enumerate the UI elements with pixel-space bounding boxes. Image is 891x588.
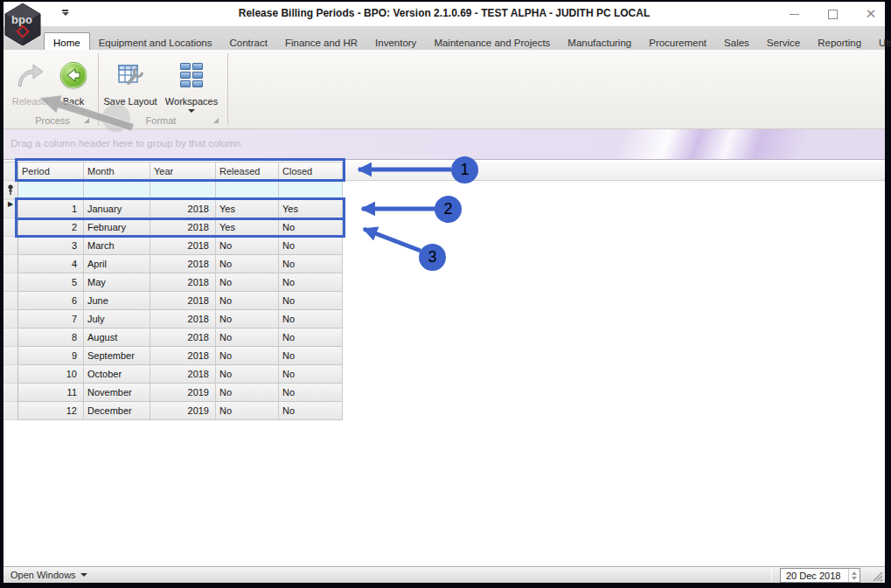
table-row[interactable]: 7July2018NoNo [3, 310, 343, 329]
row-indicator[interactable] [3, 329, 18, 347]
row-indicator[interactable] [3, 347, 18, 365]
cell-released[interactable]: No [216, 384, 279, 402]
cell-year[interactable]: 2019 [150, 402, 216, 420]
cell-closed[interactable]: No [279, 384, 343, 402]
cell-period[interactable]: 4 [18, 255, 84, 273]
cell-closed[interactable]: No [279, 329, 343, 347]
cell-period[interactable]: 8 [18, 329, 84, 347]
table-row[interactable]: 10October2018NoNo [3, 365, 343, 384]
cell-year[interactable]: 2019 [150, 384, 216, 402]
filter-cell-released[interactable] [216, 181, 279, 200]
column-header-period[interactable]: Period [18, 162, 84, 181]
cell-month[interactable]: June [84, 292, 150, 310]
table-row[interactable]: 5May2018NoNo [3, 273, 343, 292]
table-row[interactable]: 12December2019NoNo [3, 402, 343, 420]
table-row[interactable]: 2February2018YesNo [3, 218, 343, 237]
row-indicator[interactable] [3, 365, 18, 384]
date-field[interactable]: 20 Dec 2018 [780, 568, 860, 583]
column-header-year[interactable]: Year [150, 162, 216, 181]
cell-year[interactable]: 2018 [150, 273, 216, 292]
row-indicator[interactable] [3, 384, 18, 402]
cell-month[interactable]: October [84, 365, 150, 384]
table-row[interactable]: 9September2018NoNo [3, 347, 343, 365]
cell-released[interactable]: No [216, 273, 279, 292]
table-row[interactable]: 4April2018NoNo [3, 255, 343, 273]
cell-period[interactable]: 3 [18, 237, 84, 255]
process-group-launcher-icon[interactable] [84, 118, 89, 123]
cell-closed[interactable]: No [279, 273, 343, 292]
cell-period[interactable]: 2 [18, 218, 84, 237]
cell-month[interactable]: April [84, 255, 150, 273]
row-indicator[interactable] [3, 310, 18, 329]
table-row[interactable]: 8August2018NoNo [3, 329, 343, 347]
cell-year[interactable]: 2018 [150, 310, 216, 329]
table-row[interactable]: 3March2018NoNo [3, 237, 343, 255]
cell-released[interactable]: No [216, 365, 279, 384]
close-button[interactable]: ✕ [864, 7, 878, 21]
selected-row-arrow-icon[interactable]: ▶ [3, 200, 18, 218]
filter-cell-period[interactable] [18, 181, 84, 200]
cell-month[interactable]: January [84, 200, 150, 218]
table-row[interactable]: 11November2019NoNo [3, 384, 343, 402]
column-header-month[interactable]: Month [84, 162, 150, 181]
cell-month[interactable]: March [84, 237, 150, 255]
column-header-closed[interactable]: Closed [279, 162, 343, 181]
cell-month[interactable]: February [84, 218, 150, 237]
cell-period[interactable]: 12 [18, 402, 84, 420]
cell-month[interactable]: November [84, 384, 150, 402]
cell-year[interactable]: 2018 [150, 365, 216, 384]
table-row[interactable]: 6June2018NoNo [3, 292, 343, 310]
format-group-launcher-icon[interactable] [213, 118, 219, 123]
cell-period[interactable]: 9 [18, 347, 84, 365]
row-indicator[interactable] [3, 255, 18, 273]
cell-month[interactable]: July [84, 310, 150, 329]
cell-year[interactable]: 2018 [150, 218, 216, 237]
filter-cell-closed[interactable] [279, 181, 343, 200]
cell-released[interactable]: No [216, 292, 279, 310]
group-by-panel[interactable]: Drag a column header here to group by th… [3, 129, 885, 160]
cell-year[interactable]: 2018 [150, 347, 216, 365]
cell-released[interactable]: Yes [216, 218, 279, 237]
cell-month[interactable]: August [84, 329, 150, 347]
cell-closed[interactable]: No [279, 255, 343, 273]
cell-closed[interactable]: No [279, 402, 343, 420]
cell-year[interactable]: 2018 [150, 255, 216, 273]
date-spinner[interactable] [848, 569, 860, 582]
cell-period[interactable]: 11 [18, 384, 84, 402]
row-indicator[interactable] [3, 402, 18, 420]
row-indicator[interactable] [3, 273, 18, 292]
row-indicator[interactable] [3, 237, 18, 255]
minimize-button[interactable] [787, 7, 801, 21]
cell-released[interactable]: No [216, 310, 279, 329]
cell-period[interactable]: 6 [18, 292, 84, 310]
cell-closed[interactable]: No [279, 347, 343, 365]
cell-released[interactable]: No [216, 347, 279, 365]
cell-month[interactable]: December [84, 402, 150, 420]
cell-closed[interactable]: No [279, 365, 343, 384]
cell-released[interactable]: No [216, 329, 279, 347]
cell-period[interactable]: 7 [18, 310, 84, 329]
cell-period[interactable]: 5 [18, 273, 84, 292]
cell-year[interactable]: 2018 [150, 292, 216, 310]
filter-cell-month[interactable] [84, 181, 150, 200]
open-windows-dropdown[interactable]: Open Windows [10, 570, 87, 580]
cell-period[interactable]: 10 [18, 365, 84, 384]
cell-month[interactable]: May [84, 273, 150, 292]
cell-year[interactable]: 2018 [150, 237, 216, 255]
row-indicator[interactable] [3, 218, 18, 237]
table-row[interactable]: ▶1January2018YesYes [3, 200, 343, 218]
cell-released[interactable]: Yes [216, 200, 279, 218]
cell-year[interactable]: 2018 [150, 200, 216, 218]
cell-period[interactable]: 1 [18, 200, 84, 218]
column-header-released[interactable]: Released [216, 162, 279, 181]
cell-closed[interactable]: No [279, 292, 343, 310]
cell-month[interactable]: September [84, 347, 150, 365]
maximize-button[interactable] [825, 7, 839, 21]
cell-closed[interactable]: Yes [279, 200, 343, 218]
filter-cell-year[interactable] [150, 181, 216, 200]
cell-closed[interactable]: No [279, 218, 343, 237]
resize-grip-icon[interactable] [871, 570, 883, 582]
cell-released[interactable]: No [216, 237, 279, 255]
cell-year[interactable]: 2018 [150, 329, 216, 347]
cell-released[interactable]: No [216, 255, 279, 273]
